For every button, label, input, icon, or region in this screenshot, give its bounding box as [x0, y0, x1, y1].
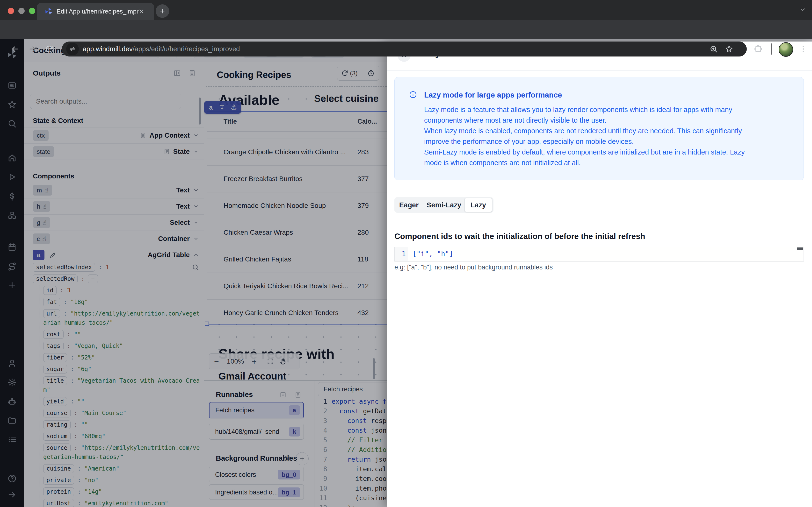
browser-tab[interactable]: Edit App u/henri/recipes_impr [37, 3, 154, 20]
mode-option-semi-lazy[interactable]: Semi-Lazy [423, 197, 464, 213]
line-number: 1 [395, 247, 406, 261]
url-host: app.windmill.dev [83, 45, 133, 53]
toolbar-separator [771, 44, 772, 55]
bookmark-star-icon[interactable] [725, 45, 733, 53]
browser-menu-icon[interactable] [799, 45, 808, 53]
reload-icon[interactable] [45, 45, 54, 53]
tab-title: Edit App u/henri/recipes_impr [57, 3, 160, 20]
tab-strip: Edit App u/henri/recipes_impr [0, 0, 812, 20]
info-box-body: Lazy mode is a feature that allows you t… [424, 104, 755, 168]
browser-toolbar: app.windmill.dev/apps/edit/u/henri/recip… [0, 20, 812, 39]
traffic-light-close[interactable] [8, 8, 14, 14]
back-icon[interactable] [11, 45, 19, 53]
mode-option-eager[interactable]: Eager [394, 197, 423, 213]
extensions-puzzle-icon[interactable] [754, 45, 763, 53]
component-ids-value[interactable]: ["i", "h"] [412, 247, 453, 261]
plus-icon [159, 8, 166, 14]
editor-scrollbar-chip[interactable] [797, 247, 803, 250]
component-ids-editor[interactable]: 1 ["i", "h"] [394, 247, 804, 262]
url-path: /apps/edit/u/henri/recipes_improved [133, 45, 240, 53]
browser-chrome: Edit App u/henri/recipes_impr app.windmi… [0, 0, 812, 39]
info-icon [409, 91, 417, 99]
lazy-mode-drawer: Lazy Mode Lazy mode for large apps perfo… [387, 42, 812, 507]
lazy-mode-info-box: Lazy mode for large apps performance Laz… [394, 77, 804, 180]
new-tab-button[interactable] [156, 4, 169, 18]
drawer-header-divider [387, 70, 812, 71]
screenshot-root: Edit App u/henri/recipes_impr app.windmi… [0, 0, 812, 507]
traffic-light-minimize[interactable] [18, 8, 24, 14]
profile-avatar[interactable] [779, 42, 793, 57]
component-ids-heading: Component ids to wait the initialization… [394, 232, 645, 241]
traffic-light-maximize[interactable] [29, 8, 35, 14]
site-info-button[interactable] [66, 43, 79, 55]
app-page: Cooking Recipes [0, 39, 812, 507]
info-paragraph: Semi-Lazy mode is enabled by default, wh… [424, 147, 755, 168]
ids-helper-text: e.g: ["a", "b"], no need to put backgrou… [394, 264, 553, 271]
tab-close-icon[interactable] [138, 8, 145, 14]
tab-search-chevron-icon[interactable] [800, 6, 806, 13]
windmill-favicon [45, 7, 53, 15]
zoom-icon[interactable] [710, 45, 718, 53]
forward-icon[interactable] [28, 45, 37, 53]
info-box-title: Lazy mode for large apps performance [424, 91, 562, 100]
mode-option-lazy[interactable]: Lazy [464, 198, 492, 212]
url-text: app.windmill.dev/apps/edit/u/henri/recip… [83, 42, 240, 56]
info-paragraph: When lazy mode is enabled, components ar… [424, 125, 755, 147]
info-paragraph: Lazy mode is a feature that allows you t… [424, 104, 755, 125]
site-controls-icon [69, 46, 75, 52]
url-bar[interactable]: app.windmill.dev/apps/edit/u/henri/recip… [62, 42, 747, 56]
lazy-mode-segmented-control: EagerSemi-LazyLazy [394, 197, 494, 213]
